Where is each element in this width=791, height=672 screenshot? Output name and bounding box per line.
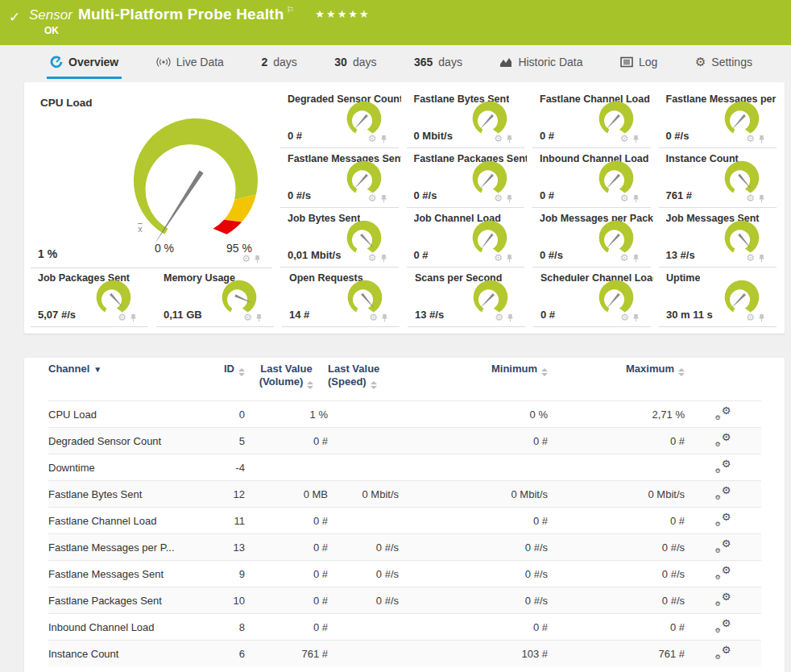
pin-icon[interactable] bbox=[505, 254, 514, 263]
column-header-last-value-speed-[interactable]: Last Value(Speed) bbox=[328, 358, 399, 401]
gear-icon[interactable]: ⚙ bbox=[368, 253, 377, 263]
pin-icon-shape bbox=[632, 194, 640, 203]
sort-icon bbox=[678, 368, 685, 376]
table-row: Instance Count6761 #103 #761 #⚙⚙ bbox=[48, 641, 761, 667]
tab-overview[interactable]: Overview bbox=[47, 47, 122, 79]
pin-icon[interactable] bbox=[380, 313, 389, 322]
sort-icon bbox=[541, 368, 548, 376]
channel-settings-icon[interactable]: ⚙⚙ bbox=[715, 566, 731, 579]
gauge-title: Uptime bbox=[666, 272, 700, 284]
tab-historic-data[interactable]: Historic Data bbox=[496, 47, 586, 79]
pin-icon[interactable] bbox=[632, 194, 640, 203]
gauge-value: 13 #/s bbox=[666, 249, 695, 261]
pin-icon[interactable] bbox=[129, 313, 138, 322]
gear-icon[interactable]: ⚙ bbox=[620, 313, 629, 322]
pin-icon[interactable] bbox=[632, 135, 640, 143]
pin-icon[interactable] bbox=[757, 135, 766, 143]
column-header-maximum[interactable]: Maximum bbox=[548, 358, 685, 401]
channel-minimum: 0 #/s bbox=[399, 561, 548, 587]
tab-365-days[interactable]: 365days bbox=[411, 47, 466, 79]
gauge-arc bbox=[594, 277, 639, 317]
pin-icon-shape bbox=[129, 313, 138, 322]
sensor-status-bar: ✓ SensorMulti-Platform Probe Health⚐★★★★… bbox=[0, 0, 791, 45]
pin-icon[interactable] bbox=[379, 135, 388, 143]
channel-last-value-volume: 0 # bbox=[245, 428, 328, 454]
gear-icon[interactable]: ⚙ bbox=[746, 193, 755, 203]
flag-icon[interactable]: ⚐ bbox=[286, 5, 294, 15]
tab-log[interactable]: Log bbox=[617, 47, 661, 79]
gauge-arc bbox=[594, 218, 639, 258]
channel-name: Downtime bbox=[48, 454, 203, 481]
channel-settings-icon[interactable]: ⚙⚙ bbox=[715, 620, 731, 633]
gear-icon[interactable]: ⚙ bbox=[494, 193, 503, 203]
object-kind-label: Sensor bbox=[29, 7, 72, 23]
channel-id: 0 bbox=[203, 401, 245, 428]
pin-icon[interactable] bbox=[757, 254, 766, 263]
gauge-value: 14 # bbox=[289, 309, 309, 321]
channel-minimum: 103 # bbox=[399, 641, 548, 667]
tab-2-days[interactable]: 2days bbox=[258, 47, 300, 79]
priority-stars[interactable]: ★★★★★ bbox=[315, 8, 370, 20]
pin-icon[interactable] bbox=[253, 255, 262, 263]
gear-icon[interactable]: ⚙ bbox=[620, 193, 629, 203]
pin-icon-shape bbox=[255, 313, 263, 322]
pin-icon[interactable] bbox=[255, 313, 263, 322]
column-header-channel[interactable]: Channel▼ bbox=[48, 358, 203, 401]
channel-settings-icon[interactable]: ⚙⚙ bbox=[715, 407, 731, 420]
gear-icon[interactable]: ⚙ bbox=[369, 313, 378, 322]
gauge-icon bbox=[50, 56, 63, 68]
gear-icon[interactable]: ⚙ bbox=[368, 134, 377, 143]
gear-icon[interactable]: ⚙ bbox=[746, 134, 755, 143]
pin-icon[interactable] bbox=[506, 313, 515, 322]
gear-icon[interactable]: ⚙ bbox=[746, 313, 755, 322]
tab-live-data[interactable]: Live Data bbox=[153, 47, 227, 79]
gear-icon[interactable]: ⚙ bbox=[242, 254, 251, 263]
gear-icon[interactable]: ⚙ bbox=[494, 134, 503, 143]
tab-30-days[interactable]: 30days bbox=[331, 47, 379, 79]
channel-settings-icon[interactable]: ⚙⚙ bbox=[715, 593, 731, 606]
gauge-value: 30 m 11 s bbox=[666, 309, 713, 321]
pin-icon[interactable] bbox=[757, 313, 766, 322]
pin-icon[interactable] bbox=[757, 194, 766, 203]
gear-icon[interactable]: ⚙ bbox=[495, 313, 503, 322]
gear-icon[interactable]: ⚙ bbox=[494, 253, 503, 263]
average-marker: x bbox=[130, 224, 150, 234]
gauge-bottom-row: Job Packages Sent5,07 #/s⚙Memory Usage0,… bbox=[31, 268, 777, 327]
pin-icon[interactable] bbox=[505, 135, 514, 143]
gear-icon[interactable]: ⚙ bbox=[243, 313, 252, 322]
table-row: Inbound Channel Load80 #0 #0 #⚙⚙ bbox=[48, 614, 761, 641]
pin-icon[interactable] bbox=[379, 254, 388, 263]
pin-icon[interactable] bbox=[505, 194, 514, 203]
column-header-last-value-volume-[interactable]: Last Value(Volume) bbox=[245, 358, 328, 401]
table-row: CPU Load01 %0 %2,71 %⚙⚙ bbox=[48, 401, 761, 428]
channel-name: Inbound Channel Load bbox=[48, 614, 203, 641]
chart-icon bbox=[499, 56, 512, 68]
channel-maximum: 0 Mbit/s bbox=[548, 481, 685, 508]
pin-icon[interactable] bbox=[379, 194, 388, 203]
channel-settings-icon[interactable]: ⚙⚙ bbox=[715, 460, 731, 473]
pin-icon[interactable] bbox=[632, 313, 640, 322]
gear-icon[interactable]: ⚙ bbox=[118, 313, 126, 322]
gear-icon[interactable]: ⚙ bbox=[368, 193, 377, 203]
channel-settings-icon[interactable]: ⚙⚙ bbox=[715, 513, 731, 526]
channel-maximum: 0 # bbox=[548, 508, 685, 534]
channel-settings-icon[interactable]: ⚙⚙ bbox=[715, 646, 731, 659]
gauge-value: 0 #/s bbox=[666, 130, 690, 142]
gear-icon[interactable]: ⚙ bbox=[620, 253, 629, 263]
tab-settings[interactable]: ⚙Settings bbox=[692, 47, 756, 79]
gauge-value: 0 Mbit/s bbox=[414, 130, 453, 142]
channel-maximum: 761 # bbox=[548, 641, 685, 667]
column-header-minimum[interactable]: Minimum bbox=[399, 358, 548, 401]
column-header-id[interactable]: ID bbox=[203, 358, 245, 401]
table-row: Fastlane Messages Sent90 #0 #/s0 #/s0 #/… bbox=[48, 561, 761, 587]
gauge-scale-max: 95 % bbox=[215, 242, 263, 255]
tile-actions: ⚙ bbox=[368, 253, 388, 263]
channel-settings-icon[interactable]: ⚙⚙ bbox=[715, 540, 731, 553]
gear-icon[interactable]: ⚙ bbox=[746, 253, 755, 263]
pin-icon[interactable] bbox=[632, 254, 640, 263]
pin-icon-shape bbox=[379, 194, 388, 203]
channel-last-value-volume: 0 # bbox=[245, 534, 328, 561]
gear-icon[interactable]: ⚙ bbox=[620, 134, 629, 143]
channel-settings-icon[interactable]: ⚙⚙ bbox=[715, 433, 731, 446]
channel-settings-icon[interactable]: ⚙⚙ bbox=[715, 487, 731, 500]
